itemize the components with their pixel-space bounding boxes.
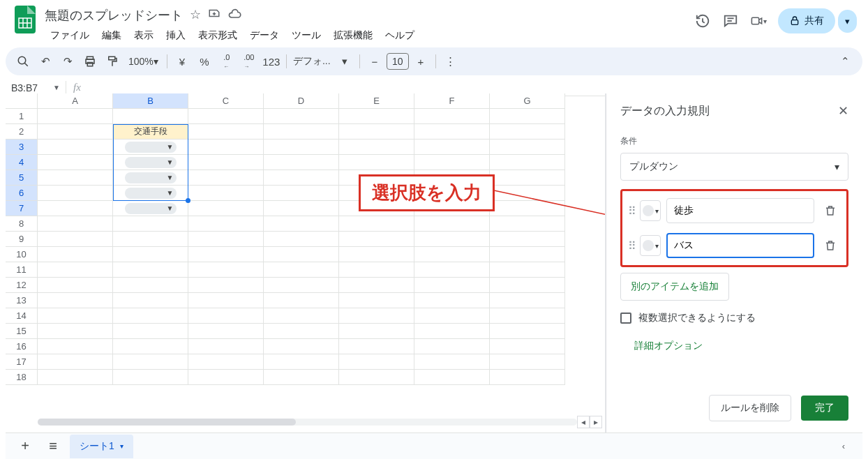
grid-cell[interactable]: [113, 354, 188, 370]
grid-cell[interactable]: [414, 324, 490, 339]
menu-help[interactable]: ヘルプ: [380, 27, 420, 45]
column-header[interactable]: D: [264, 93, 339, 109]
row-header[interactable]: 11: [6, 262, 38, 278]
grid-cell[interactable]: ▼: [113, 186, 188, 201]
grid-cell[interactable]: [264, 247, 339, 262]
column-header[interactable]: E: [339, 93, 414, 109]
menu-file[interactable]: ファイル: [45, 27, 95, 45]
font-dropdown-icon[interactable]: ▾: [334, 51, 355, 72]
grid-cell[interactable]: [188, 262, 264, 278]
grid-cell[interactable]: [490, 262, 565, 278]
grid-cell[interactable]: [339, 262, 414, 278]
grid-cell[interactable]: [414, 155, 490, 170]
grid-cell[interactable]: [264, 201, 339, 216]
grid-cell[interactable]: [490, 339, 565, 354]
grid-cell[interactable]: [113, 308, 188, 324]
grid-cell[interactable]: [490, 109, 565, 124]
option-value-input[interactable]: [666, 233, 814, 258]
close-icon[interactable]: ✕: [838, 103, 848, 119]
delete-option-icon[interactable]: [820, 239, 841, 252]
grid-cell[interactable]: [188, 247, 264, 262]
grid-cell[interactable]: [490, 278, 565, 293]
drag-handle-icon[interactable]: ⠿: [628, 204, 634, 218]
share-button[interactable]: 共有: [778, 8, 835, 33]
grid-cell[interactable]: [339, 247, 414, 262]
add-sheet-button[interactable]: +: [14, 435, 36, 458]
zoom-select[interactable]: 100% ▾: [124, 51, 163, 72]
grid-cell[interactable]: [113, 216, 188, 232]
grid-cell[interactable]: [414, 278, 490, 293]
explore-icon[interactable]: ‹: [833, 436, 854, 457]
grid-cell[interactable]: ▼: [113, 201, 188, 216]
grid-cell[interactable]: [188, 308, 264, 324]
grid-cell[interactable]: [264, 324, 339, 339]
grid-cell[interactable]: [264, 109, 339, 124]
grid-cell[interactable]: [490, 324, 565, 339]
more-toolbar-icon[interactable]: ⋮: [440, 51, 461, 72]
document-title[interactable]: 無題のスプレッドシート: [45, 7, 183, 24]
grid-cell[interactable]: [38, 124, 113, 140]
done-button[interactable]: 完了: [801, 396, 848, 421]
grid-cell[interactable]: [264, 339, 339, 354]
grid-cell[interactable]: [264, 278, 339, 293]
grid-cell[interactable]: [188, 293, 264, 308]
grid-cell[interactable]: [339, 232, 414, 247]
delete-rule-button[interactable]: ルールを削除: [709, 395, 791, 421]
grid-cell[interactable]: [38, 109, 113, 124]
grid-cell[interactable]: [38, 354, 113, 370]
grid-cell[interactable]: [490, 232, 565, 247]
criteria-select[interactable]: プルダウン▾: [620, 153, 848, 181]
undo-icon[interactable]: ↶: [35, 51, 56, 72]
row-header[interactable]: 8: [6, 216, 38, 232]
grid-cell[interactable]: [414, 124, 490, 140]
grid-cell[interactable]: [490, 124, 565, 140]
grid-cell[interactable]: [414, 232, 490, 247]
grid-cell[interactable]: 交通手段: [113, 124, 188, 140]
grid-cell[interactable]: [188, 109, 264, 124]
grid-cell[interactable]: [490, 354, 565, 370]
history-icon[interactable]: [694, 13, 711, 29]
font-size-increase[interactable]: +: [410, 51, 431, 72]
grid-cell[interactable]: [490, 170, 565, 186]
all-sheets-button[interactable]: ≡: [42, 435, 64, 458]
grid-cell[interactable]: [113, 293, 188, 308]
color-picker[interactable]: ▾: [640, 200, 661, 221]
grid-cell[interactable]: [339, 278, 414, 293]
grid-cell[interactable]: [113, 339, 188, 354]
grid-cell[interactable]: [490, 247, 565, 262]
grid-cell[interactable]: [113, 278, 188, 293]
grid-cell[interactable]: [38, 201, 113, 216]
decrease-decimal-button[interactable]: .0←: [216, 51, 237, 72]
grid-cell[interactable]: ▼: [113, 155, 188, 170]
meet-icon[interactable]: ▾: [750, 13, 767, 29]
grid-cell[interactable]: [188, 155, 264, 170]
grid-cell[interactable]: [339, 216, 414, 232]
drag-handle-icon[interactable]: ⠿: [628, 239, 634, 253]
grid-cell[interactable]: [414, 216, 490, 232]
column-header[interactable]: F: [414, 93, 490, 109]
grid-cell[interactable]: [188, 354, 264, 370]
spreadsheet-grid[interactable]: ABCDEFG12交通手段3▼4▼5▼6▼7▼89101112131415161…: [6, 93, 606, 432]
grid-cell[interactable]: [490, 370, 565, 385]
grid-cell[interactable]: [490, 293, 565, 308]
add-option-button[interactable]: 別のアイテムを追加: [620, 273, 729, 301]
row-header[interactable]: 12: [6, 278, 38, 293]
grid-cell[interactable]: [339, 109, 414, 124]
row-header[interactable]: 3: [6, 140, 38, 155]
row-header[interactable]: 16: [6, 339, 38, 354]
cloud-status-icon[interactable]: [227, 7, 241, 24]
grid-cell[interactable]: [188, 170, 264, 186]
column-header[interactable]: A: [38, 93, 113, 109]
search-icon[interactable]: [13, 51, 33, 72]
row-header[interactable]: 15: [6, 324, 38, 339]
menu-insert[interactable]: 挿入: [160, 27, 191, 45]
font-select[interactable]: デフォ...: [291, 51, 333, 72]
grid-cell[interactable]: [113, 109, 188, 124]
grid-cell[interactable]: [38, 186, 113, 201]
grid-cell[interactable]: [188, 216, 264, 232]
grid-cell[interactable]: [38, 339, 113, 354]
grid-cell[interactable]: [339, 140, 414, 155]
grid-cell[interactable]: [339, 308, 414, 324]
row-header[interactable]: 7: [6, 201, 38, 216]
grid-cell[interactable]: [38, 293, 113, 308]
